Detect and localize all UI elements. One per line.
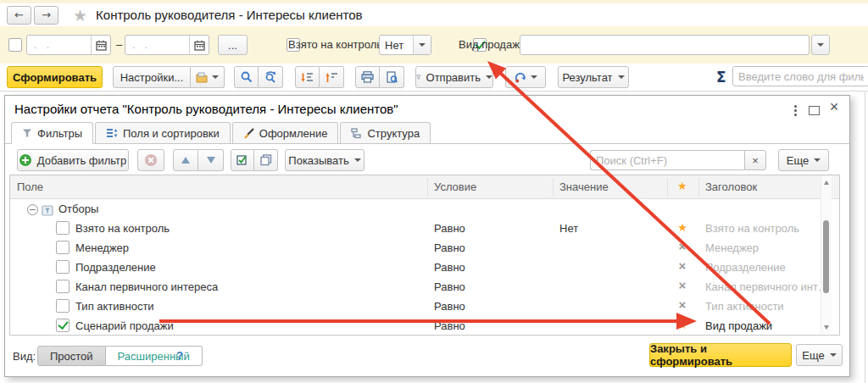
tab-label: Структура: [367, 127, 420, 140]
sum-sigma-icon[interactable]: Σ: [716, 69, 726, 86]
check-all-button[interactable]: [231, 149, 254, 171]
clear-search-button[interactable]: ×: [744, 150, 766, 170]
change-variant-button[interactable]: [505, 66, 546, 88]
delete-filter-button[interactable]: [137, 149, 164, 171]
filter-row[interactable]: Подразделение Равно × Подразделение: [10, 258, 839, 277]
tab-filters[interactable]: Фильтры: [11, 122, 93, 144]
row-title[interactable]: Вид продажи: [705, 319, 772, 332]
group-label: Отборы: [58, 203, 98, 215]
row-condition[interactable]: Равно: [434, 222, 465, 235]
row-title[interactable]: Взято на контроль: [705, 222, 799, 235]
col-field: Поле: [17, 180, 43, 193]
more-label: Еще: [802, 349, 824, 362]
fields-sort-icon: [106, 128, 118, 138]
close-icon[interactable]: ×: [826, 98, 842, 116]
close-and-generate-button[interactable]: Закрыть и сформировать: [649, 343, 792, 367]
print-button[interactable]: [355, 66, 380, 88]
add-filter-button[interactable]: Добавить фильтр: [17, 149, 129, 171]
filter-row[interactable]: Сценарий продажи Равно ★ Вид продажи: [10, 316, 839, 336]
row-condition[interactable]: Равно: [434, 261, 465, 274]
col-quickfilter-star-icon: ★: [677, 180, 687, 192]
report-area-border: [865, 91, 865, 383]
tab-fields-sorting[interactable]: Поля и сортировки: [95, 122, 231, 143]
row-title[interactable]: Менеджер: [705, 241, 759, 254]
uncheck-all-button[interactable]: [254, 149, 278, 171]
show-mode-button[interactable]: Показывать: [285, 149, 364, 171]
view-advanced-button[interactable]: Расширенный: [106, 346, 203, 366]
find-button[interactable]: [234, 66, 259, 88]
row-checkbox[interactable]: [56, 221, 70, 235]
row-checkbox[interactable]: [56, 260, 70, 274]
row-quickfilter-mark-icon[interactable]: ×: [676, 278, 689, 292]
filter-row[interactable]: Канал первичного интереса Равно × Канал …: [10, 277, 839, 297]
filter-row[interactable]: Тип активности Равно × Тип активности: [10, 297, 839, 316]
send-button[interactable]: Отправить: [415, 66, 493, 88]
word-filter-input[interactable]: [732, 66, 868, 86]
settings-label: Настройки...: [120, 71, 184, 84]
row-title[interactable]: Тип активности: [705, 300, 784, 313]
generate-button[interactable]: Сформировать: [7, 66, 103, 88]
row-title[interactable]: Канал первичного инт…: [705, 280, 829, 293]
help-link[interactable]: ?: [176, 349, 183, 362]
row-checkbox[interactable]: [56, 241, 70, 254]
filter-row[interactable]: Взято на контроль Равно Нет ★ Взято на к…: [10, 219, 839, 238]
row-condition[interactable]: Равно: [434, 241, 465, 254]
sale-type-dropdown-button[interactable]: [811, 35, 830, 55]
scroll-up-icon[interactable]: [824, 180, 829, 185]
report-toolbar: Сформировать Настройки...: [0, 64, 868, 91]
period-checkbox[interactable]: [8, 38, 22, 52]
move-up-button[interactable]: [173, 149, 198, 171]
row-checkbox[interactable]: [56, 299, 70, 313]
report-variants-button[interactable]: [191, 66, 225, 88]
dialog-more-button[interactable]: Еще: [778, 149, 829, 171]
calendar-icon[interactable]: [189, 36, 209, 54]
view-simple-button[interactable]: Простой: [37, 346, 106, 366]
chevron-down-icon[interactable]: [413, 36, 431, 54]
result-label: Результат: [562, 71, 612, 84]
taken-control-combo[interactable]: Нет: [379, 35, 431, 55]
favorite-star-icon[interactable]: ★: [73, 6, 87, 25]
date-to-field[interactable]: . .: [125, 35, 209, 55]
col-condition: Условие: [434, 180, 476, 193]
scrollbar-thumb[interactable]: [823, 220, 829, 293]
calendar-icon[interactable]: [91, 36, 110, 54]
maximize-icon[interactable]: [809, 106, 820, 115]
row-title[interactable]: Подразделение: [705, 261, 786, 274]
tab-structure[interactable]: Структура: [340, 122, 431, 143]
print-preview-button[interactable]: [380, 66, 404, 88]
row-value[interactable]: Нет: [559, 222, 578, 235]
find-next-button[interactable]: [259, 66, 283, 88]
back-button[interactable]: ←: [7, 6, 31, 25]
row-quickfilter-mark-icon[interactable]: ×: [676, 258, 689, 273]
collapse-node-icon[interactable]: [27, 204, 38, 215]
table-scrollbar[interactable]: [821, 176, 832, 334]
row-checkbox[interactable]: [56, 280, 70, 293]
choose-period-button[interactable]: ...: [218, 35, 248, 55]
search-input[interactable]: [590, 150, 744, 170]
group-row[interactable]: Отборы: [10, 199, 839, 219]
result-button[interactable]: Результат: [558, 66, 629, 88]
row-checkbox[interactable]: [56, 319, 70, 332]
scroll-down-icon[interactable]: [824, 325, 829, 330]
tab-appearance[interactable]: Оформление: [232, 122, 339, 143]
move-down-button[interactable]: [198, 149, 224, 171]
row-quickfilter-mark-icon[interactable]: ×: [676, 297, 689, 312]
row-quickfilter-mark-icon[interactable]: ★: [676, 221, 689, 234]
collapse-groups-button[interactable]: [320, 66, 344, 88]
row-quickfilter-mark-icon[interactable]: ★: [676, 319, 689, 331]
filter-row[interactable]: Менеджер Равно × Менеджер: [10, 238, 839, 258]
quick-filter-bar: . . – . . ... Взято на контроль: Нет Вид…: [0, 26, 868, 64]
footer-more-button[interactable]: Еще: [796, 344, 843, 366]
forward-button[interactable]: →: [34, 6, 58, 25]
row-condition[interactable]: Равно: [434, 319, 465, 332]
date-from-field[interactable]: . .: [26, 35, 111, 55]
selections-group-icon: [42, 203, 53, 216]
sale-type-input[interactable]: [520, 35, 810, 55]
taken-control-value: Нет: [380, 39, 413, 52]
row-quickfilter-mark-icon[interactable]: ×: [676, 239, 689, 253]
row-condition[interactable]: Равно: [434, 280, 465, 293]
row-condition[interactable]: Равно: [434, 300, 465, 313]
settings-button[interactable]: Настройки...: [113, 66, 191, 88]
dialog-menu-icon[interactable]: [789, 103, 801, 117]
expand-groups-button[interactable]: [295, 66, 320, 88]
